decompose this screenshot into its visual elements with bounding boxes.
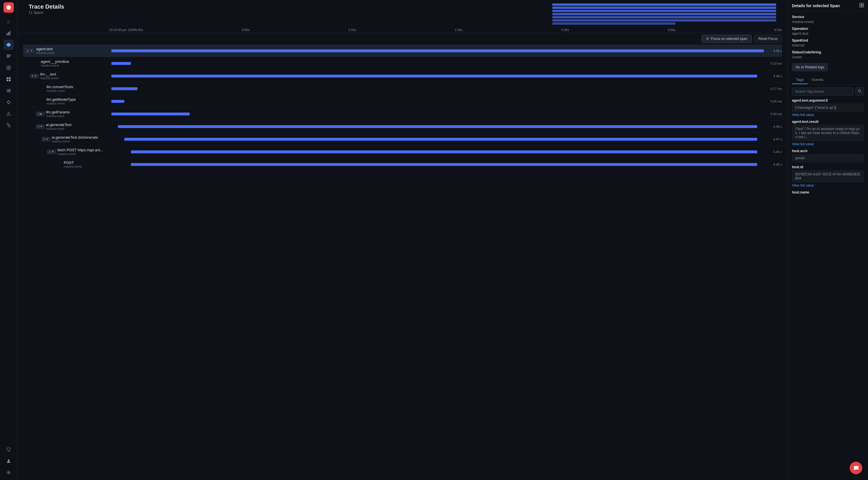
- span-bar: [112, 113, 190, 115]
- ruler-tick: 2.45s: [455, 28, 462, 32]
- app-logo[interactable]: [3, 2, 14, 12]
- span-row[interactable]: llm.convertTools mastra-vnext 0.17 ms: [23, 82, 782, 95]
- span-row[interactable]: 9 ▼ llm.__text mastra-vnext 4.48 s: [23, 70, 782, 82]
- tab-tags[interactable]: Tags: [792, 76, 808, 84]
- span-bar-container: [112, 62, 764, 65]
- sidebar-item-link[interactable]: [3, 120, 14, 130]
- sidebar-item-grid[interactable]: [3, 74, 14, 84]
- span-count-badge[interactable]: 2 ▶: [36, 112, 45, 116]
- sidebar-item-messages[interactable]: [3, 444, 14, 455]
- sidebar-item-traces[interactable]: [3, 40, 14, 50]
- statuscode-label: StatusCodeString: [792, 50, 864, 54]
- span-bar-row: 4.48 s: [112, 74, 782, 78]
- span-count-badge[interactable]: 3 ▼: [41, 137, 51, 142]
- chat-bubble-button[interactable]: [849, 461, 862, 474]
- trace-preview-bars: [552, 3, 776, 25]
- svg-point-19: [7, 92, 7, 92]
- span-count-badge[interactable]: 9 ▼: [30, 74, 39, 79]
- statuscode-value: Unset: [792, 55, 864, 59]
- tab-events[interactable]: Events: [808, 76, 827, 84]
- sidebar-item-home[interactable]: ⌂: [3, 17, 14, 27]
- span-service: mastra-vnext: [52, 140, 98, 143]
- operation-value: agent.text: [792, 31, 864, 36]
- chat-bubble-icon: [853, 465, 859, 471]
- span-row[interactable]: 2 ▶ llm.getParams mastra-vnext 0.50 ms: [23, 108, 782, 120]
- span-count-badge[interactable]: 2 ▼: [47, 150, 56, 154]
- span-bar-container: [112, 125, 764, 128]
- span-bar-row: 0.05 ms: [112, 100, 782, 103]
- view-full-link[interactable]: View full value: [792, 183, 864, 187]
- chevron-icon: ▼: [45, 138, 49, 141]
- sidebar-item-plus[interactable]: [3, 63, 14, 73]
- search-tag-button[interactable]: [856, 87, 864, 96]
- panel-expand-button[interactable]: [859, 3, 864, 8]
- search-icon: [858, 89, 861, 93]
- span-name-group: ai.generateText mastra-vnext: [46, 123, 71, 130]
- svg-rect-11: [7, 77, 8, 79]
- trace-title: Trace Details: [29, 3, 86, 10]
- span-name: llm.__text: [40, 72, 59, 77]
- span-duration: 4.48 s: [766, 74, 782, 78]
- span-duration: 4.47 s: [766, 138, 782, 141]
- sidebar-item-logs[interactable]: [3, 51, 14, 61]
- span-row[interactable]: POST mastra-vnext 4.45 s: [23, 158, 782, 171]
- sidebar-item-list[interactable]: [3, 86, 14, 96]
- svg-point-0: [6, 5, 11, 10]
- trace-span-count: 11 Spans: [29, 11, 86, 14]
- span-service: mastra-vnext: [40, 77, 59, 80]
- span-row[interactable]: 11 ▼ agent.text mastra-vnext 4.48 s: [23, 44, 782, 57]
- chevron-icon: ▼: [51, 150, 54, 153]
- svg-rect-16: [8, 89, 11, 90]
- ruler-tick: 4.53s: [774, 28, 782, 32]
- span-name: llm.getParams: [46, 110, 70, 114]
- svg-point-23: [8, 115, 9, 115]
- span-row[interactable]: 4 ▼ ai.generateText mastra-vnext 4.48 s: [23, 120, 782, 133]
- span-bar: [112, 87, 137, 90]
- span-row[interactable]: llm.getModelType mastra-vnext 0.05 ms: [23, 95, 782, 108]
- span-name: agent.__primitive: [41, 59, 69, 64]
- span-right: 0.10 ms: [109, 62, 782, 65]
- ruler-tick: 0.05s: [135, 28, 143, 32]
- ruler-ticks: 0.05s 0.85s 1.65s 2.45s 3.25s 4.05s 4.53…: [135, 28, 782, 32]
- go-to-related-logs-button[interactable]: Go to Related logs: [792, 63, 828, 71]
- svg-rect-6: [7, 56, 11, 56]
- tag-name: host.id: [792, 165, 864, 169]
- focus-selected-span-button[interactable]: Focus on selected span: [702, 35, 752, 43]
- span-duration: 4.45 s: [766, 163, 782, 166]
- span-service: mastra-vnext: [46, 89, 73, 92]
- span-count-badge[interactable]: 4 ▼: [36, 124, 45, 129]
- span-bar-row: 0.10 ms: [112, 62, 782, 65]
- span-count-badge[interactable]: 11 ▼: [24, 49, 35, 53]
- sidebar-item-chart[interactable]: [3, 28, 14, 38]
- sidebar-item-settings[interactable]: [3, 468, 14, 478]
- sidebar-item-user[interactable]: [3, 456, 14, 466]
- span-left: POST mastra-vnext: [23, 160, 109, 168]
- span-name: ai.generateText: [46, 123, 71, 127]
- span-left: 11 ▼ agent.text mastra-vnext: [23, 47, 109, 55]
- span-duration: 0.17 ms: [766, 87, 782, 90]
- reset-focus-button[interactable]: Reset Focus: [754, 35, 782, 43]
- view-full-link[interactable]: View full value: [792, 142, 864, 146]
- service-value: mastra-vnext: [792, 20, 864, 24]
- span-bar-container: [112, 163, 764, 166]
- span-bar-row: 4.47 s: [112, 138, 782, 141]
- sidebar-item-diamond[interactable]: [3, 97, 14, 108]
- span-duration: 4.48 s: [766, 49, 782, 53]
- chevron-icon: ▶: [40, 112, 42, 115]
- search-tag-input[interactable]: [792, 88, 854, 96]
- spankind-value: Internal: [792, 43, 864, 48]
- span-row[interactable]: 3 ▼ ai.generateText.doGenerate mastra-vn…: [23, 133, 782, 146]
- sidebar-item-alert[interactable]: [3, 109, 14, 119]
- expand-icon: [859, 3, 864, 7]
- right-panel-content: Service mastra-vnext Operation agent.tex…: [788, 11, 868, 480]
- span-left: llm.getModelType mastra-vnext: [23, 97, 109, 105]
- svg-rect-5: [7, 55, 11, 55]
- span-bar-container: [112, 100, 764, 103]
- svg-rect-20: [8, 92, 11, 92]
- span-right: 4.45 s: [109, 163, 782, 166]
- view-full-link[interactable]: View full value: [792, 113, 864, 117]
- ruler-tick: 1.65s: [348, 28, 356, 32]
- span-row[interactable]: 2 ▼ fetch POST https://api.ant... mastra…: [23, 146, 782, 158]
- span-row[interactable]: agent.__primitive mastra-vnext 0.10 ms: [23, 57, 782, 70]
- spans-list[interactable]: 11 ▼ agent.text mastra-vnext 4.48 s: [17, 44, 787, 480]
